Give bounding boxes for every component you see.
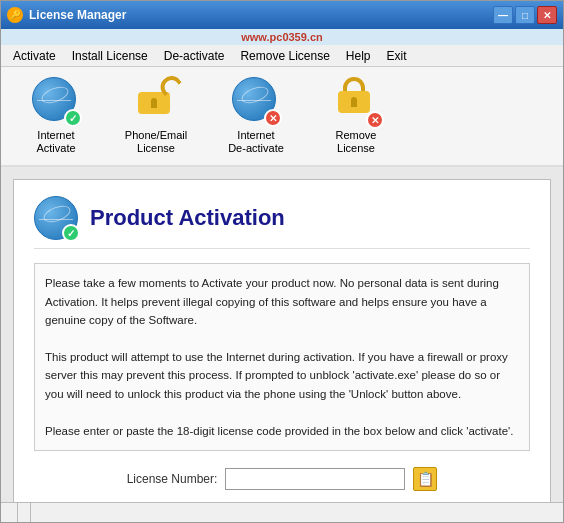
- check-badge-icon: ✓: [64, 109, 82, 127]
- menu-help[interactable]: Help: [338, 47, 379, 65]
- internet-activate-icon-wrap: ✓: [32, 77, 80, 125]
- body-paragraph-3: Please enter or paste the 18-digit licen…: [45, 422, 519, 440]
- watermark: www.pc0359.cn: [1, 29, 563, 45]
- main-content: ✓ Product Activation Please take a few m…: [1, 167, 563, 502]
- lock-shackle: [343, 77, 365, 91]
- menu-remove-license[interactable]: Remove License: [232, 47, 337, 65]
- status-pane-2: [18, 503, 31, 522]
- activation-title: Product Activation: [90, 205, 285, 231]
- title-bar: 🔑 License Manager — □ ✕: [1, 1, 563, 29]
- remove-license-icon-wrap: ✕: [332, 77, 380, 125]
- license-clipboard-button[interactable]: 📋: [413, 467, 437, 491]
- toolbar-phone-email[interactable]: Phone/EmailLicense: [121, 77, 191, 155]
- menu-activate[interactable]: Activate: [5, 47, 64, 65]
- activation-header-icon: ✓: [34, 196, 78, 240]
- internet-deactivate-icon-wrap: ✕: [232, 77, 280, 125]
- lock-keyhole2: [351, 97, 357, 107]
- activation-header: ✓ Product Activation: [34, 196, 530, 249]
- phone-email-icon-wrap: [132, 77, 180, 125]
- activation-body: Please take a few moments to Activate yo…: [34, 263, 530, 451]
- license-number-row: License Number: 📋: [34, 467, 530, 491]
- status-bar: [1, 502, 563, 522]
- menu-deactivate[interactable]: De-activate: [156, 47, 233, 65]
- toolbar-internet-activate[interactable]: ✓ InternetActivate: [21, 77, 91, 155]
- app-icon: 🔑: [7, 7, 23, 23]
- toolbar: ✓ InternetActivate Phone/EmailLicense ✕: [1, 67, 563, 167]
- internet-activate-label: InternetActivate: [36, 129, 75, 155]
- menu-bar: Activate Install License De-activate Rem…: [1, 45, 563, 67]
- license-number-input[interactable]: [225, 468, 405, 490]
- menu-install-license[interactable]: Install License: [64, 47, 156, 65]
- window-title: License Manager: [29, 8, 493, 22]
- activation-panel: ✓ Product Activation Please take a few m…: [13, 179, 551, 502]
- x-badge-lock-icon: ✕: [366, 111, 384, 129]
- close-button[interactable]: ✕: [537, 6, 557, 24]
- body-paragraph-1: Please take a few moments to Activate yo…: [45, 274, 519, 329]
- license-number-label: License Number:: [127, 472, 218, 486]
- lock-body: [338, 91, 370, 113]
- remove-license-label: RemoveLicense: [336, 129, 377, 155]
- menu-exit[interactable]: Exit: [379, 47, 415, 65]
- lock-keyhole: [151, 98, 157, 108]
- header-check-badge-icon: ✓: [62, 224, 80, 242]
- body-paragraph-2: This product will attempt to use the Int…: [45, 348, 519, 403]
- toolbar-internet-deactivate[interactable]: ✕ InternetDe-activate: [221, 77, 291, 155]
- main-window: 🔑 License Manager — □ ✕ www.pc0359.cn Ac…: [0, 0, 564, 523]
- maximize-button[interactable]: □: [515, 6, 535, 24]
- x-badge-globe-icon: ✕: [264, 109, 282, 127]
- phone-email-label: Phone/EmailLicense: [125, 129, 187, 155]
- toolbar-remove-license[interactable]: ✕ RemoveLicense: [321, 77, 391, 155]
- internet-deactivate-label: InternetDe-activate: [228, 129, 284, 155]
- status-pane-1: [5, 503, 18, 522]
- window-controls: — □ ✕: [493, 6, 557, 24]
- lock-open-icon: [132, 77, 176, 121]
- minimize-button[interactable]: —: [493, 6, 513, 24]
